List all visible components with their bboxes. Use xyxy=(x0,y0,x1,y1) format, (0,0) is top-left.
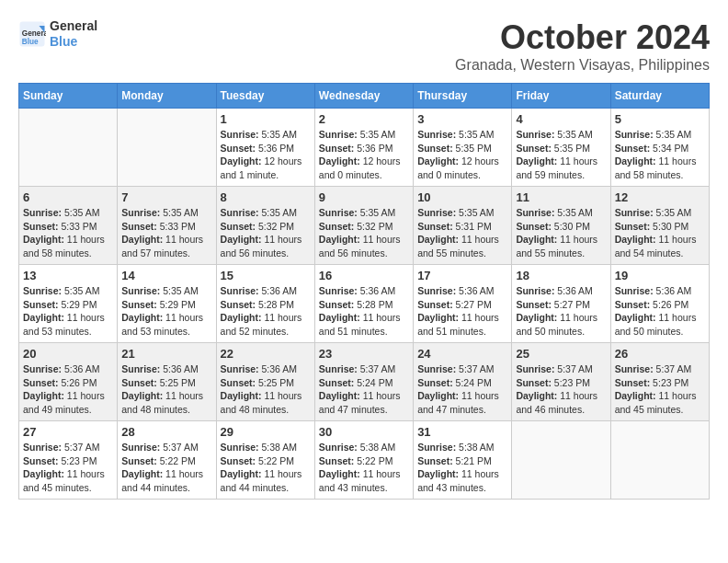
cell-info: Sunrise: 5:38 AMSunset: 5:22 PMDaylight:… xyxy=(319,441,409,495)
calendar-cell: 24Sunrise: 5:37 AMSunset: 5:24 PMDayligh… xyxy=(414,343,512,421)
day-number: 15 xyxy=(221,269,311,282)
cell-info: Sunrise: 5:35 AMSunset: 5:31 PMDaylight:… xyxy=(417,206,507,260)
day-number: 24 xyxy=(417,347,507,361)
cell-info: Sunrise: 5:36 AMSunset: 5:27 PMDaylight:… xyxy=(516,284,606,339)
cell-info: Sunrise: 5:36 AMSunset: 5:28 PMDaylight:… xyxy=(221,284,311,339)
header-thursday: Thursday xyxy=(414,84,512,109)
day-number: 4 xyxy=(516,112,606,126)
calendar-cell: 7Sunrise: 5:35 AMSunset: 5:33 PMDaylight… xyxy=(118,187,216,265)
calendar-cell xyxy=(19,109,118,187)
day-number: 10 xyxy=(417,190,507,204)
cell-info: Sunrise: 5:36 AMSunset: 5:26 PMDaylight:… xyxy=(23,362,113,417)
cell-info: Sunrise: 5:35 AMSunset: 5:32 PMDaylight:… xyxy=(221,206,311,260)
calendar-cell: 31Sunrise: 5:38 AMSunset: 5:21 PMDayligh… xyxy=(414,421,512,500)
cell-info: Sunrise: 5:36 AMSunset: 5:25 PMDaylight:… xyxy=(221,362,311,417)
calendar-cell: 16Sunrise: 5:36 AMSunset: 5:28 PMDayligh… xyxy=(314,265,413,343)
title-area: October 2024 Granada, Western Visayas, P… xyxy=(455,18,710,74)
calendar-cell: 23Sunrise: 5:37 AMSunset: 5:24 PMDayligh… xyxy=(314,343,413,421)
header-tuesday: Tuesday xyxy=(216,84,314,109)
day-number: 17 xyxy=(417,269,507,282)
logo-text-general: General xyxy=(50,18,97,34)
calendar-cell: 29Sunrise: 5:38 AMSunset: 5:22 PMDayligh… xyxy=(216,421,314,500)
calendar-cell: 25Sunrise: 5:37 AMSunset: 5:23 PMDayligh… xyxy=(512,343,610,421)
calendar-cell: 14Sunrise: 5:35 AMSunset: 5:29 PMDayligh… xyxy=(118,265,216,343)
calendar-cell: 17Sunrise: 5:36 AMSunset: 5:27 PMDayligh… xyxy=(414,265,512,343)
cell-info: Sunrise: 5:37 AMSunset: 5:22 PMDaylight:… xyxy=(121,441,211,495)
cell-info: Sunrise: 5:37 AMSunset: 5:23 PMDaylight:… xyxy=(615,362,705,417)
day-number: 31 xyxy=(417,425,507,439)
calendar-week-2: 6Sunrise: 5:35 AMSunset: 5:33 PMDaylight… xyxy=(19,187,710,265)
calendar-week-3: 13Sunrise: 5:35 AMSunset: 5:29 PMDayligh… xyxy=(19,265,710,343)
cell-info: Sunrise: 5:36 AMSunset: 5:25 PMDaylight:… xyxy=(121,362,211,417)
day-number: 19 xyxy=(615,269,705,282)
calendar-cell: 10Sunrise: 5:35 AMSunset: 5:31 PMDayligh… xyxy=(414,187,512,265)
svg-text:Blue: Blue xyxy=(22,37,39,45)
cell-info: Sunrise: 5:35 AMSunset: 5:36 PMDaylight:… xyxy=(221,128,311,182)
day-number: 16 xyxy=(319,269,409,282)
day-number: 12 xyxy=(615,190,705,204)
day-number: 26 xyxy=(615,347,705,361)
day-number: 1 xyxy=(221,112,311,126)
cell-info: Sunrise: 5:35 AMSunset: 5:35 PMDaylight:… xyxy=(417,128,507,182)
day-number: 22 xyxy=(221,347,311,361)
logo-icon: General Blue xyxy=(18,20,46,48)
cell-info: Sunrise: 5:35 AMSunset: 5:33 PMDaylight:… xyxy=(121,206,211,260)
svg-text:General: General xyxy=(22,29,46,37)
cell-info: Sunrise: 5:37 AMSunset: 5:24 PMDaylight:… xyxy=(417,362,507,417)
header-monday: Monday xyxy=(118,84,216,109)
day-number: 27 xyxy=(23,425,113,439)
calendar-cell: 15Sunrise: 5:36 AMSunset: 5:28 PMDayligh… xyxy=(216,265,314,343)
day-number: 9 xyxy=(319,190,409,204)
day-number: 25 xyxy=(516,347,606,361)
cell-info: Sunrise: 5:37 AMSunset: 5:23 PMDaylight:… xyxy=(516,362,606,417)
day-number: 21 xyxy=(121,347,211,361)
page-header: General Blue General Blue October 2024 G… xyxy=(18,18,710,74)
day-number: 13 xyxy=(23,269,113,282)
cell-info: Sunrise: 5:35 AMSunset: 5:29 PMDaylight:… xyxy=(121,284,211,339)
calendar-cell: 13Sunrise: 5:35 AMSunset: 5:29 PMDayligh… xyxy=(19,265,118,343)
calendar-week-5: 27Sunrise: 5:37 AMSunset: 5:23 PMDayligh… xyxy=(19,421,710,500)
cell-info: Sunrise: 5:35 AMSunset: 5:34 PMDaylight:… xyxy=(615,128,705,182)
calendar-cell: 27Sunrise: 5:37 AMSunset: 5:23 PMDayligh… xyxy=(19,421,118,500)
logo: General Blue General Blue xyxy=(18,18,97,50)
calendar-cell xyxy=(118,109,216,187)
day-number: 7 xyxy=(121,190,211,204)
calendar-cell xyxy=(512,421,610,500)
header-wednesday: Wednesday xyxy=(314,84,413,109)
day-number: 11 xyxy=(516,190,606,204)
calendar-cell: 20Sunrise: 5:36 AMSunset: 5:26 PMDayligh… xyxy=(19,343,118,421)
cell-info: Sunrise: 5:35 AMSunset: 5:33 PMDaylight:… xyxy=(23,206,113,260)
calendar-cell: 12Sunrise: 5:35 AMSunset: 5:30 PMDayligh… xyxy=(610,187,709,265)
calendar-cell: 4Sunrise: 5:35 AMSunset: 5:35 PMDaylight… xyxy=(512,109,610,187)
calendar-cell: 11Sunrise: 5:35 AMSunset: 5:30 PMDayligh… xyxy=(512,187,610,265)
calendar-cell: 6Sunrise: 5:35 AMSunset: 5:33 PMDaylight… xyxy=(19,187,118,265)
cell-info: Sunrise: 5:35 AMSunset: 5:35 PMDaylight:… xyxy=(516,128,606,182)
logo-text-blue: Blue xyxy=(50,34,97,50)
calendar-week-4: 20Sunrise: 5:36 AMSunset: 5:26 PMDayligh… xyxy=(19,343,710,421)
cell-info: Sunrise: 5:38 AMSunset: 5:22 PMDaylight:… xyxy=(221,441,311,495)
day-number: 29 xyxy=(221,425,311,439)
cell-info: Sunrise: 5:35 AMSunset: 5:30 PMDaylight:… xyxy=(516,206,606,260)
header-saturday: Saturday xyxy=(610,84,709,109)
location-title: Granada, Western Visayas, Philippines xyxy=(455,57,710,74)
calendar-cell: 8Sunrise: 5:35 AMSunset: 5:32 PMDaylight… xyxy=(216,187,314,265)
calendar-cell: 1Sunrise: 5:35 AMSunset: 5:36 PMDaylight… xyxy=(216,109,314,187)
calendar-cell xyxy=(610,421,709,500)
cell-info: Sunrise: 5:37 AMSunset: 5:24 PMDaylight:… xyxy=(319,362,409,417)
header-sunday: Sunday xyxy=(19,84,118,109)
calendar-cell: 2Sunrise: 5:35 AMSunset: 5:36 PMDaylight… xyxy=(314,109,413,187)
cell-info: Sunrise: 5:35 AMSunset: 5:30 PMDaylight:… xyxy=(615,206,705,260)
calendar-cell: 3Sunrise: 5:35 AMSunset: 5:35 PMDaylight… xyxy=(414,109,512,187)
day-number: 28 xyxy=(121,425,211,439)
calendar-cell: 5Sunrise: 5:35 AMSunset: 5:34 PMDaylight… xyxy=(610,109,709,187)
cell-info: Sunrise: 5:36 AMSunset: 5:28 PMDaylight:… xyxy=(319,284,409,339)
day-number: 3 xyxy=(417,112,507,126)
cell-info: Sunrise: 5:35 AMSunset: 5:29 PMDaylight:… xyxy=(23,284,113,339)
day-number: 23 xyxy=(319,347,409,361)
day-number: 30 xyxy=(319,425,409,439)
day-number: 14 xyxy=(121,269,211,282)
calendar-cell: 22Sunrise: 5:36 AMSunset: 5:25 PMDayligh… xyxy=(216,343,314,421)
cell-info: Sunrise: 5:37 AMSunset: 5:23 PMDaylight:… xyxy=(23,441,113,495)
calendar-cell: 19Sunrise: 5:36 AMSunset: 5:26 PMDayligh… xyxy=(610,265,709,343)
calendar-cell: 18Sunrise: 5:36 AMSunset: 5:27 PMDayligh… xyxy=(512,265,610,343)
